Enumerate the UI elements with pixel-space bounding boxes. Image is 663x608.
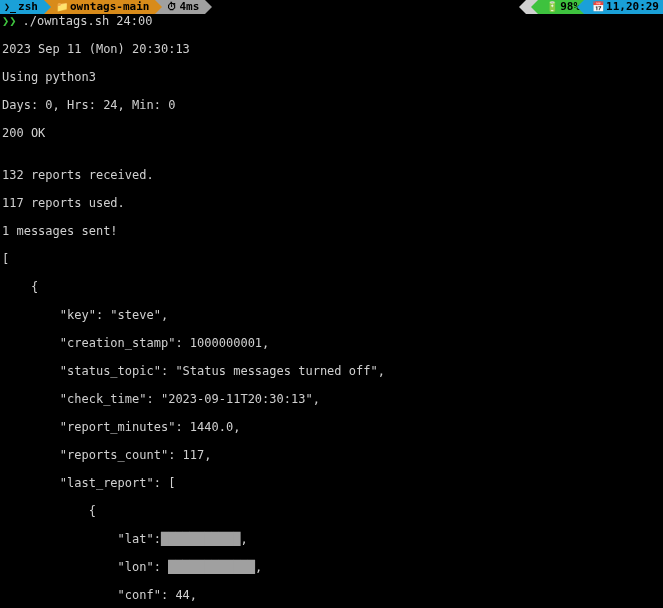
folder-name: owntags-main bbox=[70, 0, 149, 14]
out-line: { bbox=[2, 280, 661, 294]
out-line: "check_time": "2023-09-11T20:30:13", bbox=[2, 392, 661, 406]
out-line: 117 reports used. bbox=[2, 196, 661, 210]
out-line: Using python3 bbox=[2, 70, 661, 84]
out-line: "report_minutes": 1440.0, bbox=[2, 420, 661, 434]
timer-icon: ⏱ bbox=[167, 0, 177, 14]
seg-clock: 📅 11,20:29 bbox=[584, 0, 663, 14]
prompt-command: ./owntags.sh 24:00 bbox=[22, 14, 152, 28]
status-bar-top: ❯_ zsh 📁 owntags-main ⏱ 4ms 🔋 98% 📅 11,2… bbox=[0, 0, 663, 14]
out-line: 2023 Sep 11 (Mon) 20:30:13 bbox=[2, 42, 661, 56]
calendar-icon: 📅 bbox=[592, 0, 604, 14]
clock-value: 11,20:29 bbox=[606, 0, 659, 14]
redacted-lat: ███████████ bbox=[161, 532, 240, 546]
seg-shell: ❯_ zsh bbox=[0, 0, 44, 14]
out-line: "status_topic": "Status messages turned … bbox=[2, 364, 661, 378]
prompt-glyph: ❯❯ bbox=[2, 14, 16, 28]
shell-name: zsh bbox=[18, 0, 38, 14]
out-line: { bbox=[2, 504, 661, 518]
prompt-line-1[interactable]: ❯❯ ./owntags.sh 24:00 bbox=[0, 14, 663, 28]
out-line: "key": "steve", bbox=[2, 308, 661, 322]
out-line: 1 messages sent! bbox=[2, 224, 661, 238]
out-line: "creation_stamp": 1000000001, bbox=[2, 336, 661, 350]
out-line: "lon": ████████████, bbox=[2, 560, 661, 574]
shell-icon: ❯_ bbox=[4, 0, 16, 14]
redacted-lon: ████████████ bbox=[168, 560, 255, 574]
timer-value: 4ms bbox=[179, 0, 199, 14]
folder-icon: 📁 bbox=[56, 0, 68, 14]
battery-icon: 🔋 bbox=[546, 0, 558, 14]
seg-folder: 📁 owntags-main bbox=[44, 0, 155, 14]
terminal-output: 2023 Sep 11 (Mon) 20:30:13 Using python3… bbox=[0, 28, 663, 608]
out-line: Days: 0, Hrs: 24, Min: 0 bbox=[2, 98, 661, 112]
out-line: [ bbox=[2, 252, 661, 266]
out-line: "reports_count": 117, bbox=[2, 448, 661, 462]
out-line: "last_report": [ bbox=[2, 476, 661, 490]
out-line: 200 OK bbox=[2, 126, 661, 140]
out-line: 132 reports received. bbox=[2, 168, 661, 182]
seg-timer: ⏱ 4ms bbox=[155, 0, 205, 14]
out-line: "lat":███████████, bbox=[2, 532, 661, 546]
out-line: "conf": 44, bbox=[2, 588, 661, 602]
